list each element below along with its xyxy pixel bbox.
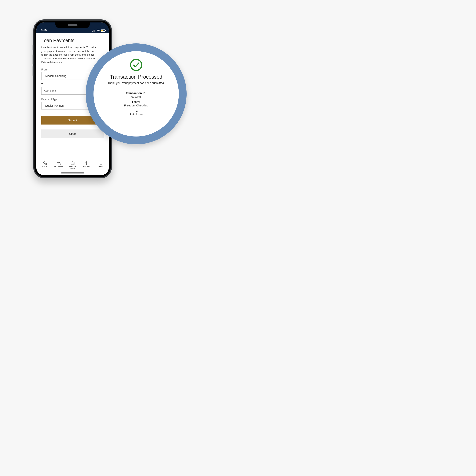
transaction-id-label: Transaction ID:: [126, 91, 146, 95]
signal-icon: [92, 30, 95, 32]
confirmation-callout: Transaction Processed Thank you! Your pa…: [86, 43, 187, 144]
svg-text:$: $: [60, 163, 61, 165]
svg-text:$: $: [57, 162, 57, 163]
page-title: Loan Payments: [41, 38, 104, 43]
svg-point-8: [99, 164, 99, 165]
tab-deposit-label: DEPOSIT CHECK: [67, 166, 79, 170]
volume-up-button: [33, 54, 33, 64]
transfer-icon: $ $: [56, 161, 61, 166]
phone-notch: [55, 22, 90, 28]
network-label: LTE: [96, 29, 100, 32]
svg-point-3: [72, 163, 73, 164]
tab-menu-label: MENU: [98, 166, 103, 168]
confirmation-to-value: Auto Loan: [130, 113, 143, 116]
confirmation-title: Transaction Processed: [110, 74, 162, 80]
battery-icon: [101, 29, 105, 32]
confirmation-from-value: Freedom Checking: [124, 104, 148, 107]
mute-switch: [33, 45, 33, 50]
tab-billpay-label: BILL PAY: [83, 166, 90, 168]
clear-button[interactable]: Clear: [41, 130, 104, 138]
home-indicator: [36, 170, 109, 175]
svg-point-4: [99, 162, 99, 162]
menu-icon: [98, 161, 103, 166]
tab-menu[interactable]: MENU: [94, 161, 106, 170]
success-check-icon: [130, 58, 143, 71]
tab-bill-pay[interactable]: BILL PAY: [80, 161, 93, 170]
confirmation-from-label: From:: [132, 100, 140, 103]
confirmation-subtitle: Thank you! Your payment has been submitt…: [108, 82, 165, 85]
confirmation-to-label: To:: [134, 109, 138, 112]
home-icon: [42, 161, 47, 166]
camera-icon: [70, 161, 75, 166]
svg-point-6: [99, 163, 99, 163]
tab-home-label: HOME: [42, 166, 47, 168]
tab-transfer[interactable]: $ $ TRANSFER: [52, 161, 65, 170]
tab-bar: HOME $ $ TRANSFER DEPOSIT CHECK: [36, 159, 109, 170]
status-time: 3:55: [41, 28, 47, 32]
tab-home[interactable]: HOME: [39, 161, 51, 170]
dollar-icon: [84, 161, 89, 166]
svg-rect-2: [71, 162, 74, 165]
svg-point-10: [131, 59, 142, 70]
transaction-id-value: 012345: [131, 95, 141, 98]
volume-down-button: [33, 66, 33, 76]
tab-transfer-label: TRANSFER: [54, 166, 63, 168]
page-description: Use this form to submit loan payments. T…: [41, 46, 99, 64]
tab-deposit-check[interactable]: DEPOSIT CHECK: [67, 161, 79, 170]
